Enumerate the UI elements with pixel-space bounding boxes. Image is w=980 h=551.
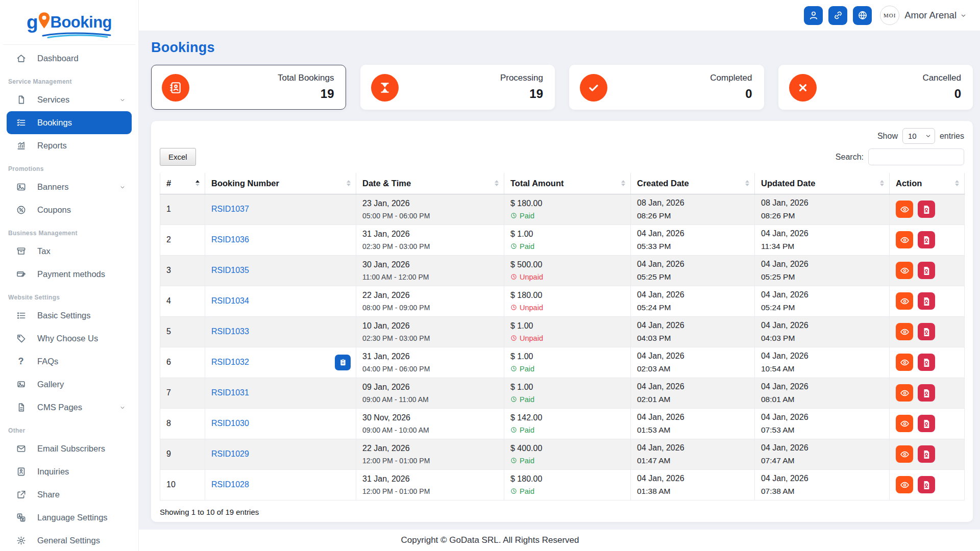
table-row: 1RSID103723 Jan, 202605:00 PM - 06:00 PM…	[160, 194, 965, 224]
sidebar-item-share[interactable]: Share	[7, 483, 132, 506]
view-booking-button[interactable]	[896, 201, 913, 218]
page-title: Bookings	[151, 40, 973, 56]
download-pdf-button[interactable]	[918, 384, 935, 402]
booking-number-link[interactable]: RSID1031	[211, 388, 249, 397]
stat-value: 19	[321, 87, 334, 101]
created-date: 04 Jan, 2026	[637, 443, 748, 453]
language-globe-button[interactable]	[853, 6, 872, 25]
view-booking-button[interactable]	[896, 476, 913, 493]
sidebar-item-why-choose-us[interactable]: Why Choose Us	[7, 327, 132, 350]
view-booking-button[interactable]	[896, 231, 913, 248]
clipboard-button[interactable]	[335, 355, 351, 370]
view-booking-button[interactable]	[896, 415, 913, 432]
sidebar-item-label: Inquiries	[37, 467, 69, 477]
view-booking-button[interactable]	[896, 323, 913, 340]
download-pdf-button[interactable]	[918, 415, 935, 432]
avatar[interactable]: MOI	[880, 6, 899, 25]
created-time: 05:24 PM	[637, 303, 748, 312]
app-logo[interactable]: g Booking	[3, 0, 135, 45]
sidebar-section-business-management: Business Management	[0, 221, 138, 240]
sidebar-item-language-settings[interactable]: Language Settings	[7, 506, 132, 529]
page-size-select[interactable]: 10	[902, 128, 935, 144]
download-pdf-button[interactable]	[918, 354, 935, 371]
address-book-icon	[162, 74, 189, 102]
column-header-date-time[interactable]: Date & Time	[356, 173, 504, 194]
column-header-[interactable]: #	[160, 173, 205, 194]
excel-export-button[interactable]: Excel	[160, 148, 196, 166]
site-link-button[interactable]	[828, 6, 847, 25]
updated-time: 05:24 PM	[761, 303, 883, 312]
column-header-booking-number[interactable]: Booking Number	[205, 173, 356, 194]
sort-arrows-icon	[955, 180, 959, 186]
sidebar-item-label: Reports	[37, 141, 67, 151]
download-pdf-button[interactable]	[918, 201, 935, 218]
booking-date: 30 Jan, 2026	[362, 260, 498, 269]
updated-date: 04 Jan, 2026	[761, 413, 883, 422]
profile-button[interactable]	[804, 6, 823, 25]
created-time: 05:33 PM	[637, 242, 748, 251]
updated-date: 04 Jan, 2026	[761, 260, 883, 269]
envelope-icon	[15, 444, 27, 454]
sidebar-item-bookings[interactable]: Bookings	[7, 111, 132, 134]
booking-number-link[interactable]: RSID1035	[211, 266, 249, 274]
search-input[interactable]	[868, 148, 964, 165]
view-booking-button[interactable]	[896, 354, 913, 371]
sidebar-item-basic-settings[interactable]: Basic Settings	[7, 304, 132, 327]
view-booking-button[interactable]	[896, 445, 913, 463]
sidebar-item-tax[interactable]: Tax	[7, 240, 132, 263]
sidebar-item-payment-methods[interactable]: Payment methods	[7, 263, 132, 286]
column-header-created-date[interactable]: Created Date	[631, 173, 755, 194]
created-time: 01:38 AM	[637, 487, 748, 496]
download-pdf-button[interactable]	[918, 292, 935, 310]
updated-time: 05:25 PM	[761, 272, 883, 282]
view-booking-button[interactable]	[896, 262, 913, 279]
column-header-total-amount[interactable]: Total Amount	[504, 173, 631, 194]
column-label: Booking Number	[211, 179, 279, 188]
translate-icon	[15, 513, 27, 522]
download-pdf-button[interactable]	[918, 445, 935, 463]
percent-icon	[15, 205, 27, 215]
booking-number-link[interactable]: RSID1034	[211, 296, 249, 305]
chevron-down-icon	[119, 97, 126, 103]
booking-number-link[interactable]: RSID1033	[211, 327, 249, 336]
stat-cards-row: Total Bookings19Processing19Completed0Ca…	[151, 65, 973, 110]
pdf-file-icon	[922, 296, 931, 306]
booking-number-link[interactable]: RSID1028	[211, 480, 249, 489]
clock-icon	[510, 243, 517, 249]
stat-card-completed[interactable]: Completed0	[569, 65, 764, 110]
sidebar-item-dashboard[interactable]: Dashboard	[7, 47, 132, 70]
booking-number-link[interactable]: RSID1037	[211, 205, 249, 213]
row-number: 3	[160, 255, 205, 286]
sidebar-item-general-settings[interactable]: General Settings	[7, 529, 132, 551]
column-header-action[interactable]: Action	[890, 173, 965, 194]
row-number: 7	[160, 378, 205, 408]
stat-card-cancelled[interactable]: Cancelled0	[778, 65, 973, 110]
booking-number-link[interactable]: RSID1029	[211, 449, 249, 458]
download-pdf-button[interactable]	[918, 231, 935, 248]
booking-number-link[interactable]: RSID1030	[211, 419, 249, 428]
sidebar-item-email-subscribers[interactable]: Email Subscribers	[7, 437, 132, 460]
sidebar-item-services[interactable]: Services	[7, 88, 132, 111]
sidebar-item-gallery[interactable]: Gallery	[7, 373, 132, 396]
total-amount: $ 180.00	[510, 474, 624, 484]
booking-number-link[interactable]: RSID1036	[211, 235, 249, 244]
download-pdf-button[interactable]	[918, 323, 935, 340]
download-pdf-button[interactable]	[918, 262, 935, 279]
booking-number-link[interactable]: RSID1032	[211, 358, 249, 366]
download-pdf-button[interactable]	[918, 476, 935, 493]
hourglass-icon	[371, 74, 399, 102]
view-booking-button[interactable]	[896, 384, 913, 402]
sidebar-item-reports[interactable]: Reports	[7, 134, 132, 157]
eye-icon	[900, 388, 910, 398]
user-name: Amor Arenal	[904, 10, 957, 21]
user-menu[interactable]: Amor Arenal	[904, 10, 967, 21]
stat-card-processing[interactable]: Processing19	[360, 65, 555, 110]
column-header-updated-date[interactable]: Updated Date	[755, 173, 890, 194]
view-booking-button[interactable]	[896, 292, 913, 310]
sidebar-item-banners[interactable]: Banners	[7, 176, 132, 198]
sidebar-item-inquiries[interactable]: Inquiries	[7, 460, 132, 483]
sidebar-item-faqs[interactable]: ?FAQs	[7, 350, 132, 373]
stat-card-total-bookings[interactable]: Total Bookings19	[151, 65, 346, 110]
sidebar-item-coupons[interactable]: Coupons	[7, 198, 132, 221]
sidebar-item-cms-pages[interactable]: CMS Pages	[7, 396, 132, 419]
